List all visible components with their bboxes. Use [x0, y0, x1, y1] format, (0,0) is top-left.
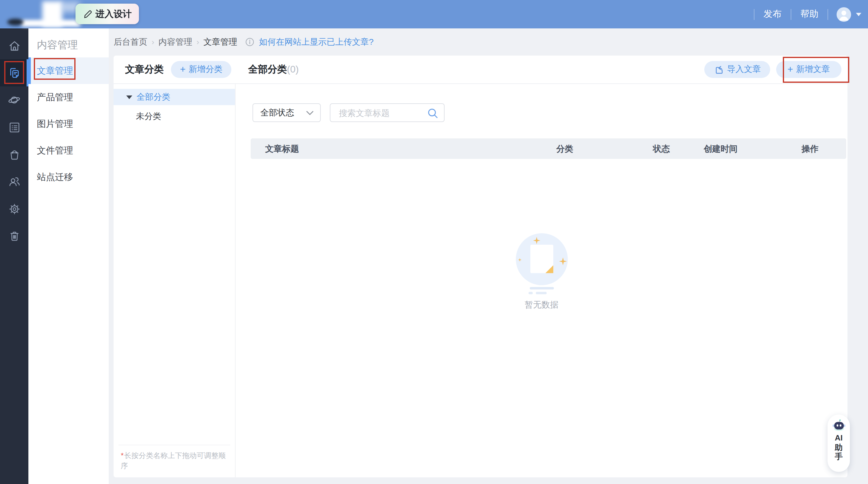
ai-label-line: 手: [835, 452, 843, 461]
import-articles-button[interactable]: 导入文章: [704, 61, 770, 78]
status-filter-select[interactable]: 全部状态: [252, 103, 321, 122]
shopping-bag-icon: [7, 148, 21, 161]
category-tree-panel: 全部分类 未分类 *长按分类名称上下拖动可调整顺序: [114, 84, 236, 477]
sidebar-item-settings[interactable]: [0, 195, 28, 222]
note-text: 长按分类名称上下拖动可调整顺序: [121, 451, 226, 470]
users-icon: [7, 175, 21, 188]
empty-dash: [529, 287, 554, 290]
note-asterisk: *: [121, 451, 124, 460]
sidebar-item-home[interactable]: [0, 32, 28, 59]
main-content: 后台首页 › 内容管理 › 文章管理 如何在网站上显示已上传文章? 文章分类 +…: [109, 28, 868, 484]
ai-label-line: 助: [835, 443, 843, 452]
article-list-panel: 全部状态 文章标题 分类 状态: [236, 84, 847, 477]
search-icon[interactable]: [427, 108, 438, 119]
ai-assistant-button[interactable]: AI 助 手: [828, 415, 850, 472]
table-header: 文章标题 分类 状态 创建时间 操作: [251, 139, 846, 159]
submenu-item-products[interactable]: 产品管理: [28, 84, 109, 111]
topbar-separator: [828, 9, 828, 20]
list-icon: [7, 121, 21, 134]
home-icon: [7, 39, 21, 52]
submenu-title: 内容管理: [28, 28, 109, 57]
search-box: [330, 103, 444, 122]
logo-blur-shape: [21, 20, 81, 27]
tree-item-label: 未分类: [136, 111, 161, 122]
avatar[interactable]: [837, 7, 851, 22]
ai-label-line: AI: [835, 433, 843, 443]
sparkle-icon: [518, 258, 522, 262]
sidebar-item-members[interactable]: [0, 168, 28, 195]
pencil-icon: [83, 9, 92, 19]
topbar-separator: [791, 9, 791, 20]
help-article-link[interactable]: 如何在网站上显示已上传文章?: [259, 36, 374, 48]
breadcrumb: 后台首页 › 内容管理 › 文章管理 如何在网站上显示已上传文章?: [109, 28, 868, 56]
submenu-item-files[interactable]: 文件管理: [28, 137, 109, 164]
import-icon: [713, 64, 724, 75]
status-filter-value: 全部状态: [260, 107, 294, 118]
sidebar-item-mall[interactable]: [0, 141, 28, 168]
enter-design-button[interactable]: 进入设计: [75, 4, 139, 24]
caret-down-icon[interactable]: [856, 12, 861, 16]
breadcrumb-home[interactable]: 后台首页: [114, 36, 147, 48]
header-actions: 导入文章 + 新增文章: [704, 61, 841, 78]
drag-hint-note: *长按分类名称上下拖动可调整顺序: [118, 445, 230, 473]
article-manager-card: 文章分类 + 新增分类 全部分类(0) 导入文章 +: [114, 56, 847, 477]
submenu-item-migration[interactable]: 站点迁移: [28, 164, 109, 190]
col-category: 分类: [556, 139, 573, 159]
col-status: 状态: [653, 139, 670, 159]
planet-icon: [7, 93, 21, 107]
sidebar-item-content[interactable]: [0, 59, 28, 86]
plus-icon: +: [787, 64, 793, 74]
empty-state: 暂无数据: [236, 233, 847, 310]
card-header: 文章分类 + 新增分类 全部分类(0) 导入文章 +: [114, 56, 847, 84]
breadcrumb-separator: ›: [196, 37, 199, 47]
help-link[interactable]: 帮助: [800, 8, 818, 20]
list-heading-text: 全部分类: [248, 64, 287, 74]
sidebar-item-trash[interactable]: [0, 222, 28, 249]
plus-icon: +: [180, 64, 186, 74]
col-actions: 操作: [802, 139, 818, 159]
topbar-right-group: 发布 帮助: [754, 0, 868, 28]
tree-item-label: 全部分类: [136, 92, 170, 102]
empty-illustration: [516, 233, 567, 285]
tree-item-all-categories[interactable]: 全部分类: [114, 89, 235, 105]
empty-text: 暂无数据: [525, 299, 558, 310]
content-submenu: 内容管理 文章管理 产品管理 图片管理 文件管理 站点迁移: [28, 28, 109, 484]
add-article-label: 新增文章: [796, 64, 830, 75]
add-category-label: 新增分类: [189, 64, 223, 75]
empty-page-shape: [530, 245, 553, 273]
category-panel-title: 文章分类: [125, 63, 164, 76]
trash-icon: [7, 229, 21, 243]
empty-dash-row: [528, 292, 546, 294]
enter-design-label: 进入设计: [95, 8, 132, 20]
icon-rail: [0, 28, 28, 484]
robot-icon: [832, 419, 846, 432]
sparkle-icon: [559, 258, 567, 265]
sparkle-icon: [533, 237, 540, 244]
add-category-button[interactable]: + 新增分类: [171, 61, 231, 78]
person-icon: [837, 7, 851, 22]
info-icon: [245, 37, 254, 47]
app-root: 进入设计 发布 帮助: [0, 0, 868, 484]
logo-blur-shape: [7, 19, 24, 25]
list-heading: 全部分类(0): [248, 63, 299, 76]
sidebar-item-site[interactable]: [0, 86, 28, 114]
publish-link[interactable]: 发布: [764, 8, 782, 20]
pages-icon: [7, 66, 21, 80]
col-article-title: 文章标题: [265, 139, 299, 159]
breadcrumb-content[interactable]: 内容管理: [159, 36, 192, 48]
caret-down-icon[interactable]: [126, 95, 132, 99]
submenu-item-images[interactable]: 图片管理: [28, 111, 109, 137]
chevron-down-icon: [306, 110, 313, 115]
tree-item-uncategorized[interactable]: 未分类: [114, 109, 235, 124]
submenu-item-articles[interactable]: 文章管理: [28, 57, 109, 84]
site-logo: [5, 0, 83, 28]
sidebar-item-forms[interactable]: [0, 114, 28, 141]
card-body: 全部分类 未分类 *长按分类名称上下拖动可调整顺序 全部状态: [114, 84, 847, 477]
add-article-button[interactable]: + 新增文章: [776, 61, 841, 78]
top-bar: 进入设计 发布 帮助: [0, 0, 868, 28]
search-input[interactable]: [338, 108, 428, 118]
import-articles-label: 导入文章: [727, 64, 761, 75]
list-count: (0): [287, 64, 299, 74]
breadcrumb-separator: ›: [152, 37, 154, 47]
empty-page-fold: [545, 265, 553, 273]
